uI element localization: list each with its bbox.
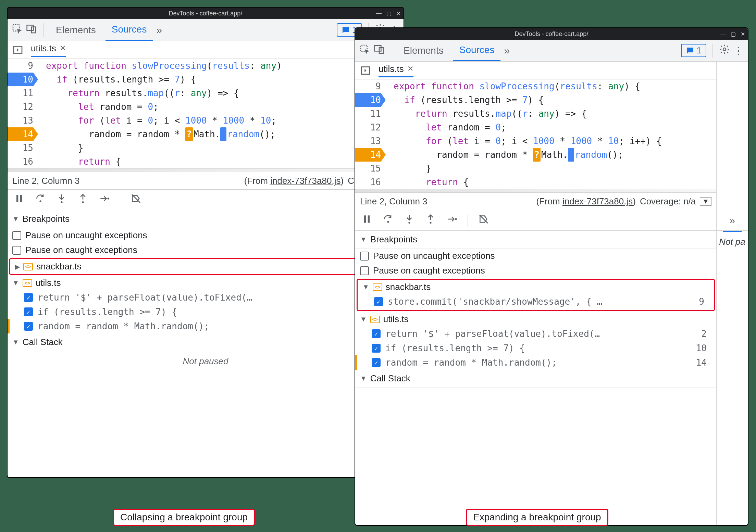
line-gutter[interactable]: 9 10 11 12 13 14 15 16 17 [8, 59, 38, 168]
pause-caught-row[interactable]: Pause on caught exceptions [355, 263, 716, 278]
maximize-icon[interactable]: ▢ [731, 31, 736, 37]
minimize-icon[interactable]: — [720, 31, 726, 37]
breakpoint-item-conditional[interactable]: ✓ random = random * Math.random(); 14 [8, 319, 404, 333]
step-over-icon[interactable] [383, 214, 394, 227]
inspect-icon[interactable] [12, 23, 23, 37]
group-utils-expanded[interactable]: ▼ <> utils.ts [8, 276, 404, 290]
breakpoint-item-conditional[interactable]: ✓ random = random * Math.random(); 14 [355, 355, 716, 370]
pause-icon[interactable] [361, 214, 372, 227]
callstack-section-header[interactable]: ▼ Call Stack [355, 370, 716, 388]
checkbox-unchecked[interactable] [12, 231, 21, 240]
checkbox-checked[interactable]: ✓ [374, 297, 383, 306]
callstack-section-header[interactable]: ▼ Call Stack [8, 333, 404, 351]
ts-file-icon: <> [373, 283, 382, 291]
code-editor[interactable]: 9 10 11 12 13 14 15 16 17 export functio… [8, 59, 404, 168]
step-icon[interactable] [99, 193, 110, 206]
svg-point-9 [82, 201, 84, 203]
svg-point-19 [408, 222, 410, 224]
step-over-icon[interactable] [35, 193, 46, 206]
more-tabs-icon[interactable]: » [156, 24, 162, 36]
chevron-right-icon: ▶ [15, 263, 20, 271]
close-icon[interactable]: ✕ [396, 10, 401, 17]
breakpoint-item[interactable]: ✓ store.commit('snackbar/showMessage', {… [358, 294, 714, 309]
svg-rect-5 [16, 195, 18, 202]
chevron-down-icon: ▼ [360, 315, 367, 323]
checkbox-checked[interactable]: ✓ [372, 358, 381, 367]
pause-icon[interactable] [14, 193, 25, 206]
close-tab-icon[interactable]: ✕ [60, 44, 66, 53]
svg-rect-17 [368, 215, 370, 223]
svg-point-20 [430, 222, 431, 224]
window-titlebar: DevTools - coffee-cart.app/ — ▢ ✕ [8, 8, 404, 19]
breakpoint-item[interactable]: ✓ return '$' + parseFloat(value).toFixed… [355, 327, 716, 341]
code-content: export function slowProcessing(results: … [38, 59, 404, 168]
svg-point-14 [723, 48, 726, 51]
file-tab-utils[interactable]: utils.ts ✕ [31, 43, 66, 57]
deactivate-breakpoints-icon[interactable] [131, 193, 141, 206]
sidebar-overflow-icon[interactable]: » [729, 215, 735, 226]
breakpoint-item[interactable]: ✓ if (results.length >= 7) { 10 [355, 341, 716, 355]
close-tab-icon[interactable]: ✕ [407, 64, 413, 73]
svg-rect-1 [27, 25, 34, 30]
breakpoint-item[interactable]: ✓ if (results.length >= 7) { 10 [8, 305, 404, 319]
step-out-icon[interactable] [425, 214, 436, 227]
chevron-down-icon: ▼ [12, 279, 19, 287]
navigator-toggle-icon[interactable] [359, 65, 372, 76]
pause-uncaught-row[interactable]: Pause on uncaught exceptions [8, 228, 404, 243]
step-into-icon[interactable] [56, 193, 67, 206]
chevron-down-icon: ▼ [362, 283, 369, 291]
inspect-icon[interactable] [359, 44, 370, 57]
group-snackbar-collapsed[interactable]: ▶ <> snackbar.ts [9, 258, 402, 275]
group-utils-expanded[interactable]: ▼ <> utils.ts [355, 312, 716, 327]
issues-button[interactable]: 1 [681, 44, 706, 57]
checkbox-checked[interactable]: ✓ [372, 329, 381, 338]
deactivate-breakpoints-icon[interactable] [478, 214, 489, 227]
chevron-down-icon: ▼ [12, 338, 19, 346]
checkbox-checked[interactable]: ✓ [24, 293, 33, 302]
code-content: export function slowProcessing(results: … [386, 79, 716, 189]
close-icon[interactable]: ✕ [741, 31, 745, 37]
checkbox-unchecked[interactable] [360, 252, 369, 261]
file-tab-utils[interactable]: utils.ts ✕ [379, 64, 413, 77]
checkbox-checked[interactable]: ✓ [372, 344, 381, 353]
step-out-icon[interactable] [77, 193, 88, 206]
checkbox-unchecked[interactable] [12, 246, 21, 255]
minimize-icon[interactable]: — [376, 10, 382, 17]
more-tabs-icon[interactable]: » [504, 45, 510, 56]
svg-point-7 [39, 200, 41, 202]
file-tab-label: utils.ts [31, 43, 56, 54]
breakpoint-item[interactable]: ✓ return '$' + parseFloat(value).toFixed… [8, 290, 404, 305]
svg-point-18 [387, 221, 389, 223]
tab-sources[interactable]: Sources [453, 40, 501, 61]
checkbox-unchecked[interactable] [360, 266, 369, 275]
device-icon[interactable] [374, 44, 385, 57]
pause-uncaught-row[interactable]: Pause on uncaught exceptions [355, 249, 716, 263]
tab-elements[interactable]: Elements [397, 40, 450, 61]
step-icon[interactable] [446, 214, 457, 227]
settings-icon[interactable] [719, 44, 730, 57]
caption-left: Collapsing a breakpoint group [113, 509, 255, 526]
window-title: DevTools - coffee-cart.app/ [169, 10, 243, 17]
kebab-icon[interactable]: ⋮ [733, 45, 744, 56]
sourcemap-from[interactable]: (From index-73f73a80.js) [536, 196, 635, 207]
step-into-icon[interactable] [404, 214, 415, 227]
tab-elements[interactable]: Elements [50, 19, 102, 41]
window-title: DevTools - coffee-cart.app/ [515, 30, 588, 38]
breakpoints-section-header[interactable]: ▼ Breakpoints [8, 210, 404, 228]
collapse-icon[interactable]: ▼ [700, 197, 711, 206]
pause-caught-row[interactable]: Pause on caught exceptions [8, 243, 404, 257]
device-icon[interactable] [26, 23, 37, 37]
code-editor[interactable]: 9 10 11 12 13 14 15 16 17 export functio… [355, 79, 716, 189]
navigator-toggle-icon[interactable] [11, 45, 25, 55]
maximize-icon[interactable]: ▢ [386, 10, 392, 17]
window-titlebar: DevTools - coffee-cart.app/ — ▢ ✕ [355, 28, 748, 40]
checkbox-checked[interactable]: ✓ [24, 307, 33, 316]
checkbox-checked[interactable]: ✓ [24, 322, 33, 331]
group-snackbar-expanded[interactable]: ▼ <> snackbar.ts [358, 280, 714, 294]
tab-sources[interactable]: Sources [106, 19, 153, 41]
ts-file-icon: <> [23, 279, 32, 287]
line-gutter[interactable]: 9 10 11 12 13 14 15 16 17 [355, 79, 386, 189]
sourcemap-from[interactable]: (From index-73f73a80.js) [244, 176, 344, 186]
chevron-down-icon: ▼ [12, 215, 19, 223]
breakpoints-section-header[interactable]: ▼ Breakpoints [355, 231, 716, 249]
